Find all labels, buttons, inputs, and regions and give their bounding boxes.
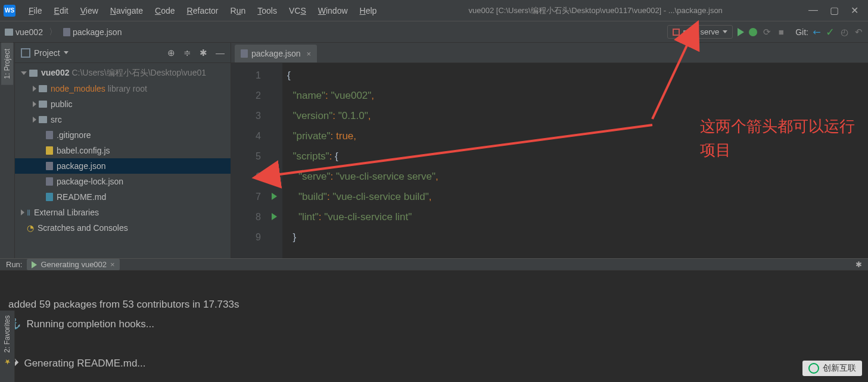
menu-refactor[interactable]: Refactor [181, 4, 225, 18]
watermark: 创新互联 [802, 361, 862, 376]
maximize-icon[interactable]: ▢ [830, 5, 839, 16]
tree-file-gitignore[interactable]: .gitignore [15, 127, 231, 143]
coverage-button[interactable]: ⟳ [762, 27, 771, 37]
json-file-icon [241, 49, 248, 58]
collapse-icon[interactable]: ≑ [183, 48, 191, 58]
tree-node-modules[interactable]: node_modules library root [15, 81, 231, 96]
tree-folder-src[interactable]: src [15, 112, 231, 127]
run-gutter [266, 63, 282, 258]
play-icon [32, 261, 37, 268]
json-file-icon [63, 28, 70, 36]
menu-tools[interactable]: Tools [251, 4, 283, 18]
chevron-down-icon[interactable] [64, 51, 69, 54]
menu-run[interactable]: Run [225, 4, 252, 18]
project-view-icon [21, 48, 30, 58]
npm-icon [673, 29, 680, 36]
target-icon[interactable]: ⊕ [167, 48, 175, 58]
side-tab-project[interactable]: 1: Project [1, 43, 13, 85]
tree-file-babel[interactable]: babel.config.js [15, 143, 231, 158]
app-icon: WS [4, 5, 15, 17]
line-gutter: 123456789 [231, 63, 266, 258]
run-button[interactable] [738, 28, 744, 36]
debug-button[interactable] [749, 28, 757, 36]
annotation-text: 这两个箭头都可以运行 项目 [700, 114, 855, 162]
breadcrumb-file: package.json [73, 27, 122, 37]
run-config-selector[interactable]: npm serve [667, 25, 733, 39]
minimize-icon[interactable]: — [808, 5, 818, 16]
tree-root[interactable]: vue002 C:\Users\编程小石头\Desktop\vue01 [15, 65, 231, 81]
gutter-run-icon[interactable] [272, 213, 277, 220]
breadcrumb-project: vue002 [15, 27, 43, 37]
tree-scratches[interactable]: ◔Scratches and Consoles [15, 220, 231, 236]
tree-file-packagelock[interactable]: package-lock.json [15, 174, 231, 189]
git-label: Git: [795, 27, 808, 37]
project-panel-title: Project [34, 48, 60, 58]
menu-window[interactable]: Window [312, 4, 354, 18]
close-icon[interactable]: × [110, 260, 115, 269]
gutter-run-icon[interactable] [272, 193, 277, 200]
menu-vcs[interactable]: VCS [283, 4, 312, 18]
gear-icon[interactable]: ✱ [855, 260, 862, 269]
git-update-icon[interactable]: ↙ [810, 25, 824, 39]
tree-file-readme[interactable]: README.md [15, 189, 231, 205]
history-icon[interactable]: ◴ [839, 27, 849, 37]
console-output[interactable]: added 59 packages from 53 contributors i… [0, 271, 868, 382]
stop-button[interactable]: ■ [776, 27, 786, 37]
tree-file-package[interactable]: package.json [15, 158, 231, 174]
menu-help[interactable]: Help [354, 4, 383, 18]
tree-external-libs[interactable]: ⫴External Libraries [15, 205, 231, 220]
menu-code[interactable]: Code [149, 4, 181, 18]
hide-icon[interactable]: — [216, 48, 225, 58]
run-config-label: npm serve [683, 27, 720, 36]
gear-icon[interactable]: ✱ [200, 48, 207, 58]
menu-navigate[interactable]: Navigate [104, 4, 149, 18]
menu-view[interactable]: View [74, 4, 104, 18]
close-icon[interactable]: ✕ [851, 5, 858, 16]
run-panel-label: Run: [6, 260, 22, 269]
tree-folder-public[interactable]: public [15, 96, 231, 112]
close-tab-icon[interactable]: × [307, 49, 312, 58]
editor-tab-package[interactable]: package.json × [235, 45, 317, 62]
gutter-run-icon[interactable] [272, 173, 277, 180]
window-title: vue002 [C:\Users\编程小石头\Desktop\vue0117\v… [382, 5, 808, 16]
menu-edit[interactable]: Edit [48, 4, 74, 18]
breadcrumb[interactable]: vue002 〉 package.json [5, 27, 122, 37]
run-panel-tab[interactable]: Generating vue002 × [27, 259, 119, 270]
folder-icon [5, 29, 13, 36]
chevron-down-icon [723, 30, 727, 33]
menu-file[interactable]: File [23, 4, 48, 18]
side-tab-favorites[interactable]: 2: Favorites ★ [0, 311, 15, 382]
git-commit-icon[interactable]: ✓ [826, 26, 835, 39]
revert-icon[interactable]: ↶ [854, 27, 863, 37]
